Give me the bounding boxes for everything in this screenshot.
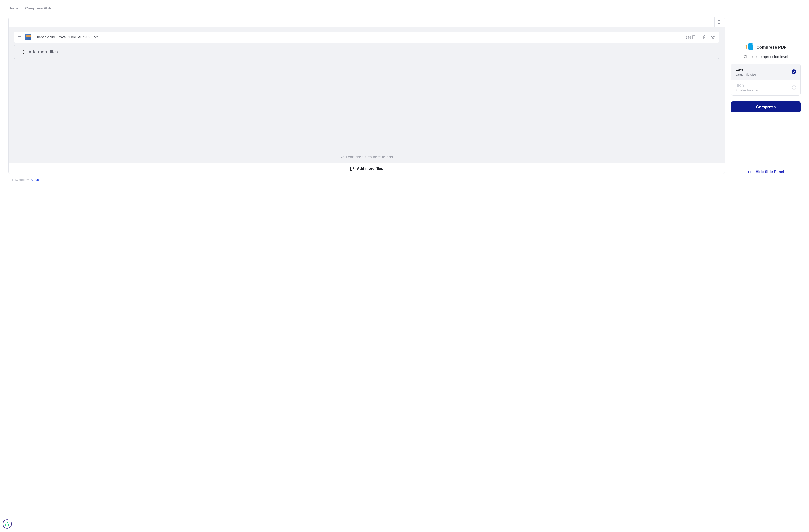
trash-icon bbox=[703, 35, 707, 40]
add-file-icon bbox=[350, 166, 354, 171]
grid-view-button[interactable] bbox=[715, 17, 724, 27]
add-more-files-row[interactable]: Add more files bbox=[14, 45, 720, 59]
svg-point-2 bbox=[712, 37, 714, 38]
page-count: 148 bbox=[686, 35, 699, 39]
file-thumbnail bbox=[25, 34, 31, 40]
grid-icon bbox=[718, 20, 721, 23]
panel-title: Compress PDF bbox=[756, 45, 787, 50]
panel-subtitle: Choose compression level bbox=[731, 55, 801, 59]
radio-unchecked-icon bbox=[792, 86, 796, 90]
option-desc: Smaller file size bbox=[736, 88, 758, 92]
hide-side-panel-button[interactable]: Hide Side Panel bbox=[731, 117, 801, 174]
page-icon bbox=[692, 35, 696, 39]
file-row: Thessaloniki_TravelGuide_Aug2022.pdf 148 bbox=[14, 32, 720, 42]
breadcrumb-home[interactable]: Home bbox=[8, 6, 18, 11]
breadcrumb: Home › Compress PDF bbox=[8, 6, 801, 11]
eye-icon bbox=[711, 35, 716, 39]
chevron-double-right-icon bbox=[747, 170, 751, 174]
breadcrumb-current: Compress PDF bbox=[25, 6, 51, 11]
add-more-footer-label: Add more files bbox=[357, 166, 383, 171]
option-desc: Larger file size bbox=[736, 73, 756, 76]
preview-button[interactable] bbox=[711, 35, 716, 39]
radio-checked-icon bbox=[792, 70, 796, 74]
footer-prefix: Powered by bbox=[12, 178, 29, 181]
file-panel: Thessaloniki_TravelGuide_Aug2022.pdf 148 bbox=[8, 17, 725, 174]
compression-option-high[interactable]: High Smaller file size bbox=[731, 79, 801, 95]
compression-option-low[interactable]: Low Larger file size bbox=[731, 64, 801, 79]
footer-link[interactable]: Apryse bbox=[31, 178, 40, 181]
file-drop-area[interactable]: Thessaloniki_TravelGuide_Aug2022.pdf 148 bbox=[8, 27, 724, 163]
add-more-files-button[interactable]: Add more files bbox=[8, 163, 724, 174]
option-label: High bbox=[736, 83, 758, 88]
add-file-icon bbox=[20, 50, 25, 55]
compress-button[interactable]: Compress bbox=[731, 102, 801, 112]
compress-pdf-icon bbox=[745, 44, 753, 50]
delete-button[interactable] bbox=[703, 35, 707, 40]
drag-handle-icon[interactable] bbox=[17, 36, 22, 39]
chevron-right-icon: › bbox=[21, 7, 22, 10]
side-panel: Compress PDF Choose compression level Lo… bbox=[731, 17, 801, 174]
compression-options: Low Larger file size High Smaller file s… bbox=[731, 64, 801, 95]
hide-panel-label: Hide Side Panel bbox=[756, 170, 784, 174]
panel-toolbar bbox=[8, 17, 724, 27]
option-label: Low bbox=[736, 67, 756, 72]
footer: Powered by Apryse bbox=[8, 178, 801, 181]
file-name: Thessaloniki_TravelGuide_Aug2022.pdf bbox=[35, 35, 683, 39]
add-more-label: Add more files bbox=[29, 49, 58, 55]
drop-hint: You can drop files here to add bbox=[8, 155, 724, 159]
